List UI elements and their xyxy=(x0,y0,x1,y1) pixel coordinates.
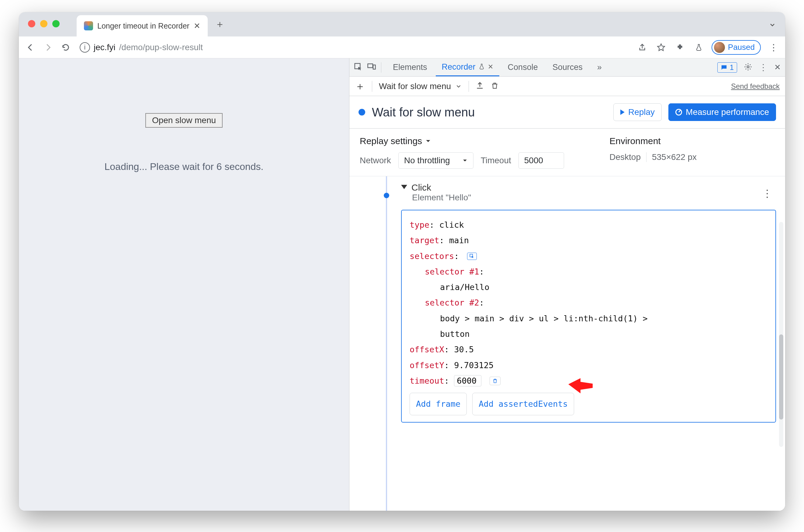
svg-point-3 xyxy=(747,66,749,68)
bookmark-icon[interactable] xyxy=(655,41,667,54)
network-label: Network xyxy=(360,156,391,165)
tabs-menu-icon[interactable] xyxy=(769,21,776,30)
tab-strip: Longer timeout in Recorder ✕ ＋ xyxy=(19,12,785,37)
expand-caret-icon xyxy=(401,185,407,189)
chevron-down-icon xyxy=(455,83,462,90)
browser-window: Longer timeout in Recorder ✕ ＋ i jec.fyi… xyxy=(19,12,785,511)
recorder-toolbar: ＋ Wait for slow menu Send feedback xyxy=(349,77,785,96)
paused-label: Paused xyxy=(728,42,755,52)
svg-rect-1 xyxy=(368,64,373,68)
timeout-label: Timeout xyxy=(481,156,511,165)
delete-recording-icon[interactable] xyxy=(491,82,499,91)
replay-settings-panel: Replay settings Network No throttling Ti… xyxy=(349,129,785,176)
minimize-window-icon[interactable] xyxy=(40,20,48,27)
avatar-icon xyxy=(714,42,725,53)
timeline-rail xyxy=(386,176,387,511)
more-tabs-icon[interactable]: » xyxy=(591,58,608,76)
tab-console[interactable]: Console xyxy=(502,58,544,76)
close-tab-icon[interactable]: ✕ xyxy=(194,21,200,31)
send-feedback-link[interactable]: Send feedback xyxy=(731,82,780,91)
share-icon[interactable] xyxy=(636,41,648,54)
add-asserted-events-button[interactable]: Add assertedEvents xyxy=(472,393,574,415)
timeout-input[interactable] xyxy=(519,152,564,169)
recording-selector[interactable]: Wait for slow menu xyxy=(379,81,462,91)
replay-button[interactable]: Replay xyxy=(613,103,662,121)
devtools-menu-icon[interactable]: ⋮ xyxy=(759,62,767,72)
flask-icon xyxy=(479,62,485,72)
device-toggle-icon[interactable] xyxy=(367,62,376,73)
url-domain: jec.fyi xyxy=(94,42,115,52)
inspect-icon[interactable] xyxy=(354,62,363,73)
browser-tab[interactable]: Longer timeout in Recorder ✕ xyxy=(77,15,208,37)
site-info-icon[interactable]: i xyxy=(80,42,90,53)
step-details-editor: type: click target: main selectors: sele… xyxy=(401,210,776,422)
step-header[interactable]: Click Element "Hello" xyxy=(401,183,776,203)
chevron-down-icon xyxy=(462,158,468,163)
close-devtools-icon[interactable]: ✕ xyxy=(774,63,781,72)
env-dimensions: 535×622 px xyxy=(652,152,697,162)
timeline-node xyxy=(384,193,389,198)
replay-settings-heading[interactable]: Replay settings xyxy=(360,136,591,146)
step-name: Click xyxy=(411,183,471,193)
network-throttling-select[interactable]: No throttling xyxy=(398,152,473,169)
env-device: Desktop xyxy=(610,152,641,162)
new-tab-button[interactable]: ＋ xyxy=(214,18,226,31)
devtools-tabbar: Elements Recorder ✕ Console Sources » 1 xyxy=(349,58,785,77)
open-slow-menu-button[interactable]: Open slow menu xyxy=(145,113,223,128)
pick-selector-icon[interactable] xyxy=(467,253,477,260)
maximize-window-icon[interactable] xyxy=(52,20,60,27)
window-controls xyxy=(28,20,60,27)
profile-paused-pill[interactable]: Paused xyxy=(712,40,761,55)
browser-menu-icon[interactable]: ⋮ xyxy=(767,41,780,54)
measure-performance-button[interactable]: Measure performance xyxy=(668,103,776,121)
extensions-icon[interactable] xyxy=(674,41,686,54)
delete-property-icon[interactable] xyxy=(490,377,501,385)
labs-icon[interactable] xyxy=(693,41,705,54)
forward-button[interactable] xyxy=(42,41,54,54)
tab-title: Longer timeout in Recorder xyxy=(97,22,189,31)
close-window-icon[interactable] xyxy=(28,20,35,27)
svg-rect-2 xyxy=(373,65,376,69)
step-menu-icon[interactable]: ⋮ xyxy=(762,187,773,200)
page-viewport: Open slow menu Loading... Please wait fo… xyxy=(19,58,349,511)
devtools-panel: Elements Recorder ✕ Console Sources » 1 xyxy=(349,58,785,511)
tab-sources[interactable]: Sources xyxy=(546,58,589,76)
steps-timeline: ⋮ Click Element "Hello" type: click targ… xyxy=(349,176,785,511)
tab-recorder[interactable]: Recorder ✕ xyxy=(436,58,499,76)
recording-header: Wait for slow menu Replay Measure perfor… xyxy=(349,96,785,129)
reload-button[interactable] xyxy=(60,41,72,54)
favicon-icon xyxy=(84,21,93,31)
settings-gear-icon[interactable] xyxy=(744,63,752,72)
loading-text: Loading... Please wait for 6 seconds. xyxy=(105,161,264,172)
environment-heading: Environment xyxy=(610,136,775,146)
add-frame-button[interactable]: Add frame xyxy=(410,393,467,415)
new-recording-button[interactable]: ＋ xyxy=(355,79,365,93)
step-timeout-input[interactable] xyxy=(454,375,481,386)
url-path: /demo/pup-slow-result xyxy=(119,42,203,52)
tab-elements[interactable]: Elements xyxy=(387,58,433,76)
issues-badge[interactable]: 1 xyxy=(717,62,737,73)
gauge-icon xyxy=(675,109,682,115)
recording-title: Wait for slow menu xyxy=(372,106,475,119)
play-icon xyxy=(620,110,624,115)
caret-down-icon xyxy=(425,138,431,144)
browser-toolbar: i jec.fyi/demo/pup-slow-result Paused ⋮ xyxy=(19,37,785,58)
content-area: Open slow menu Loading... Please wait fo… xyxy=(19,58,785,511)
close-panel-icon[interactable]: ✕ xyxy=(488,63,493,71)
step-subtitle: Element "Hello" xyxy=(412,193,471,203)
export-icon[interactable] xyxy=(475,81,484,91)
recording-status-icon xyxy=(358,109,365,115)
address-bar[interactable]: i jec.fyi/demo/pup-slow-result xyxy=(77,42,203,53)
scrollbar-thumb[interactable] xyxy=(779,335,783,419)
back-button[interactable] xyxy=(24,41,37,54)
